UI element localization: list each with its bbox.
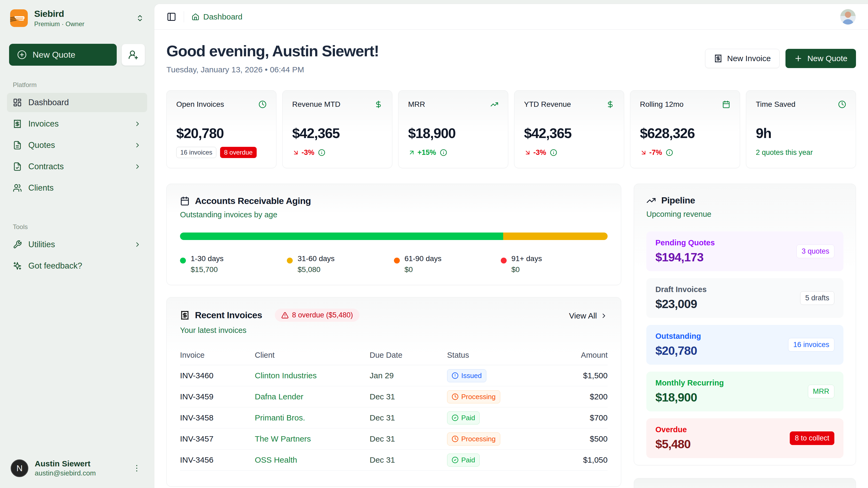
stat-value: $20,780: [176, 125, 267, 141]
legend-item: 61-90 days $0: [394, 254, 501, 274]
user-menu-dots-icon[interactable]: [130, 462, 144, 475]
plus-icon: [794, 54, 803, 63]
dollar-icon: [374, 100, 382, 108]
arrow-down-right-icon: [292, 149, 300, 156]
stat-label: Rolling 12mo: [640, 100, 683, 109]
ar-aging-bar: [180, 232, 608, 240]
workspace-info: Siebird Premium · Owner: [34, 8, 129, 28]
invoice-count-badge: 16 invoices: [176, 147, 216, 158]
sidebar-item-contracts[interactable]: Contracts: [7, 157, 147, 176]
stat-label: Open Invoices: [176, 100, 224, 109]
client-link[interactable]: Clinton Industries: [255, 371, 370, 380]
invoice-id: INV-3459: [180, 392, 255, 401]
due-date: Jan 29: [370, 371, 447, 380]
client-link[interactable]: Dafna Lender: [255, 392, 370, 401]
siebird-logo-icon: [10, 9, 28, 27]
trending-up-icon: [646, 196, 656, 205]
table-row[interactable]: INV-3458 Primanti Bros. Dec 31 Paid $700: [180, 408, 608, 428]
nav-label: Got feedback?: [28, 261, 82, 271]
calendar-icon: [722, 100, 730, 108]
client-link[interactable]: OSS Health: [255, 455, 370, 464]
new-quote-button[interactable]: New Quote: [785, 49, 856, 68]
info-icon[interactable]: [550, 149, 557, 156]
legend-dot-yellow: [287, 258, 293, 263]
sidebar-item-dashboard[interactable]: Dashboard: [7, 93, 147, 112]
new-quote-label: New Quote: [807, 54, 847, 63]
status-badge-paid: Paid: [447, 454, 480, 467]
new-quote-label: New Quote: [33, 50, 75, 60]
chevron-right-icon: [134, 141, 141, 149]
breadcrumb-label: Dashboard: [203, 12, 243, 21]
sidebar-item-quotes[interactable]: Quotes: [7, 136, 147, 155]
invoices-table: Invoice Client Due Date Status Amount IN…: [180, 347, 608, 470]
trend-down: -3%: [292, 149, 314, 157]
chevron-right-icon: [134, 120, 141, 128]
ar-aging-card: Accounts Receivable Aging Outstanding in…: [166, 184, 621, 285]
main-panel: Dashboard: [154, 4, 868, 488]
stat-value: $18,900: [408, 125, 498, 141]
pipeline-row-monthly-recurring: Monthly Recurring $18,900 MRR: [646, 371, 843, 412]
sidebar-item-invoices[interactable]: Invoices: [7, 114, 147, 133]
main-column: Accounts Receivable Aging Outstanding in…: [166, 184, 621, 487]
sidebar-section-tools: Tools: [13, 223, 141, 231]
arrow-down-right-icon: [640, 149, 647, 156]
user-plus-icon: [128, 50, 138, 60]
sidebar-nav-platform: Dashboard Invoices Quotes Contracts Clie…: [7, 93, 147, 198]
user-info: Austin Siewert austin@siebird.com: [35, 459, 124, 477]
breadcrumb[interactable]: Dashboard: [191, 12, 243, 21]
sidebar-toggle-icon[interactable]: [167, 12, 176, 22]
view-all-link[interactable]: View All: [569, 311, 608, 320]
alert-triangle-icon: [281, 312, 289, 319]
page-header: Good evening, Austin Siewert! Tuesday, J…: [166, 42, 856, 74]
users-icon: [13, 184, 22, 193]
table-row[interactable]: INV-3457 The W Partners Dec 31 Processin…: [180, 428, 608, 450]
trend-down: -7%: [640, 149, 662, 157]
client-link[interactable]: Primanti Bros.: [255, 413, 370, 422]
new-invoice-label: New Invoice: [727, 54, 771, 63]
new-invoice-button[interactable]: New Invoice: [705, 49, 780, 68]
calendar-icon: [180, 196, 190, 206]
due-date: Dec 31: [370, 434, 447, 444]
topbar-divider: [184, 11, 184, 23]
amount: $1,050: [572, 455, 608, 464]
chevrons-up-down-icon: [136, 14, 144, 22]
info-icon[interactable]: [318, 149, 325, 156]
receipt-icon: [13, 119, 22, 128]
clock-icon: [838, 100, 846, 108]
header-actions: New Invoice New Quote: [705, 49, 856, 68]
sidebar-item-utilities[interactable]: Utilities: [7, 235, 147, 254]
stat-card-time-saved: Time Saved 9h 2 quotes this year: [746, 90, 856, 168]
sidebar-user-footer[interactable]: N Austin Siewert austin@siebird.com: [7, 456, 147, 480]
ar-aging-subtitle: Outstanding invoices by age: [180, 210, 608, 219]
status-badge-processing: Processing: [447, 432, 500, 446]
pipeline-badge: 3 quotes: [797, 245, 834, 258]
client-link[interactable]: The W Partners: [255, 434, 370, 444]
sparkles-icon: [13, 261, 22, 270]
pipeline-row-overdue: Overdue $5,480 8 to collect: [646, 418, 843, 458]
pipeline-subtitle: Upcoming revenue: [646, 210, 843, 219]
app-root: Siebird Premium · Owner New Quote Platfo…: [0, 0, 868, 488]
pipeline-row-draft-invoices: Draft Invoices $23,009 5 drafts: [646, 278, 843, 318]
legend-item: 1-30 days $15,700: [180, 254, 287, 274]
trend-up: +15%: [408, 149, 436, 157]
user-avatar[interactable]: [840, 9, 856, 25]
table-row[interactable]: INV-3456 OSS Health Dec 31 Paid $1,050: [180, 450, 608, 470]
legend-item: 91+ days $0: [501, 254, 608, 274]
circle-plus-icon: [17, 50, 27, 60]
workspace-switcher[interactable]: Siebird Premium · Owner: [7, 7, 147, 29]
table-header-row: Invoice Client Due Date Status Amount: [180, 347, 608, 365]
info-icon[interactable]: [666, 149, 673, 156]
invite-user-button[interactable]: [122, 44, 145, 66]
sidebar-item-clients[interactable]: Clients: [7, 178, 147, 198]
sidebar-new-quote-button[interactable]: New Quote: [9, 44, 117, 66]
info-icon[interactable]: [440, 149, 447, 156]
stat-value: 9h: [756, 125, 846, 141]
table-row[interactable]: INV-3460 Clinton Industries Jan 29 Issue…: [180, 365, 608, 386]
nav-label: Invoices: [28, 119, 59, 129]
sidebar-actions: New Quote: [9, 44, 145, 66]
table-row[interactable]: INV-3459 Dafna Lender Dec 31 Processing …: [180, 386, 608, 408]
main-area: Dashboard: [154, 0, 868, 488]
sidebar-item-feedback[interactable]: Got feedback?: [7, 256, 147, 275]
pipeline-row-pending-quotes: Pending Quotes $194,173 3 quotes: [646, 231, 843, 271]
topbar: Dashboard: [154, 4, 868, 30]
